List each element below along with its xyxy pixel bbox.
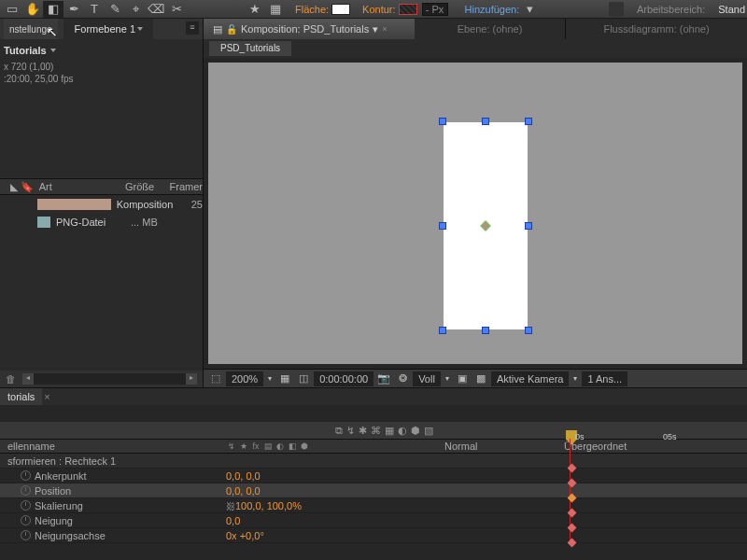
search-icon[interactable] (609, 2, 624, 17)
comp-resolution: x 720 (1,00) (0, 62, 203, 74)
layer-crumb[interactable]: Formebene 1 (63, 19, 153, 39)
close-icon[interactable]: × (382, 24, 391, 34)
grid-icon[interactable]: ▦ (265, 1, 286, 18)
chevron-down-icon[interactable]: ▾ (373, 23, 378, 35)
expand-icon[interactable]: ▧ (424, 425, 433, 437)
lock-icon[interactable]: 🔓 (226, 24, 237, 35)
clone-tool[interactable]: ⌖ (125, 1, 146, 18)
roto-tool[interactable]: ✂ (166, 1, 187, 18)
switch-motionblur-icon[interactable]: ◐ (275, 441, 286, 452)
channels-icon[interactable]: ❂ (394, 372, 411, 385)
tab-layer[interactable]: Ebene: (ohne) (415, 19, 566, 39)
add-dropdown[interactable]: ▾ (519, 1, 540, 18)
selection-tool[interactable]: ▭ (2, 1, 22, 18)
project-tab[interactable]: nstellunge (4, 19, 58, 39)
resolution-select[interactable]: Voll (413, 371, 441, 386)
prop-position[interactable]: Position 0,0, 0,0 (0, 483, 747, 498)
3d-icon[interactable]: ⬢ (411, 425, 420, 437)
shy-icon[interactable]: ↯ (346, 425, 355, 437)
prop-scale[interactable]: Skalierung ⛓100,0, 100,0% (0, 498, 747, 513)
fill-swatch[interactable] (331, 4, 350, 15)
type-tool[interactable]: T (84, 1, 105, 18)
magnify-icon[interactable]: ⬚ (207, 372, 224, 385)
frame-blend-icon[interactable]: ✱ (359, 425, 367, 437)
fill-label: Fläche: (295, 4, 329, 15)
col-mode[interactable]: Normal (439, 441, 558, 452)
stopwatch-icon[interactable] (21, 530, 31, 540)
prop-anchor-point[interactable]: Ankerpunkt 0,0, 0,0 (0, 469, 747, 483)
comp-duration: :20:00, 25,00 fps (0, 74, 203, 86)
switch-star-icon[interactable]: ★ (238, 441, 249, 452)
time-field[interactable]: 0:00:00:00 (314, 371, 374, 386)
project-row[interactable]: Komposition 25 (0, 195, 203, 213)
views-select[interactable]: 1 Ans... (582, 371, 627, 386)
switch-3d-icon[interactable]: ⬢ (299, 441, 310, 452)
resize-handle[interactable] (482, 118, 489, 125)
stopwatch-icon[interactable] (21, 485, 31, 496)
stroke-width-field[interactable]: - Px (422, 3, 448, 16)
tab-composition[interactable]: ▤ 🔓 Komposition: PSD_Tutorials ▾ × (204, 19, 415, 39)
png-icon (37, 217, 50, 228)
project-scrollbar[interactable]: ◂▸ (22, 373, 197, 385)
anchor-point-icon[interactable] (480, 220, 490, 231)
project-columns: ◣ 🔖 Art Größe Framer (0, 178, 203, 195)
panel-menu-icon[interactable]: ≡ (186, 21, 199, 35)
camera-select[interactable]: Aktive Kamera (491, 371, 570, 386)
comp-title: Tutorials (0, 39, 203, 62)
roi-icon[interactable]: ▣ (454, 372, 471, 385)
trash-icon[interactable]: 🗑 (6, 373, 17, 385)
stopwatch-icon[interactable] (21, 515, 31, 525)
transform-group[interactable]: sformieren : Rechteck 1 (0, 454, 747, 469)
add-label[interactable]: Hinzufügen: (465, 4, 520, 15)
shape-rectangle[interactable] (444, 122, 528, 329)
safe-zones-icon[interactable]: ▦ (276, 372, 293, 385)
stroke-swatch[interactable] (399, 4, 417, 15)
workspace-label: Arbeitsbereich: (637, 4, 705, 15)
switch-frameblend-icon[interactable]: ▤ (262, 441, 274, 452)
workspace-value[interactable]: Stand (718, 4, 745, 15)
resize-handle[interactable] (525, 222, 532, 230)
favorite-icon[interactable]: ★ (245, 1, 265, 18)
transparency-icon[interactable]: ▩ (472, 372, 489, 385)
close-icon[interactable]: × (42, 391, 51, 402)
resize-handle[interactable] (482, 327, 489, 334)
zoom-dropdown[interactable]: ▾ (265, 374, 275, 383)
switch-fx-icon[interactable]: fx (250, 441, 261, 452)
resize-handle[interactable] (439, 118, 446, 125)
switch-adjust-icon[interactable]: ◧ (287, 441, 298, 452)
stroke-label: Kontur: (362, 4, 395, 15)
adjustment-icon[interactable]: ◐ (398, 425, 407, 437)
graph-icon[interactable]: ⧉ (335, 425, 343, 437)
resize-handle[interactable] (525, 327, 532, 334)
composition-stage[interactable] (208, 63, 742, 364)
motion-blur-icon[interactable]: ⌘ (371, 425, 381, 437)
zoom-field[interactable]: 200% (226, 371, 263, 386)
stopwatch-icon[interactable] (21, 500, 31, 511)
resize-handle[interactable] (439, 222, 446, 230)
tab-flowchart[interactable]: Flussdiagramm: (ohne) (566, 19, 747, 39)
project-row[interactable]: PNG-Datei ... MB (0, 213, 203, 231)
mask-icon[interactable]: ◫ (295, 372, 312, 385)
comp-crumb[interactable]: PSD_Tutorials (209, 41, 291, 56)
brush-tool[interactable]: ✎ (105, 1, 125, 18)
prop-skew[interactable]: Neigung 0,0 (0, 513, 747, 528)
brain-icon[interactable]: ▦ (385, 425, 394, 437)
hand-tool[interactable]: ✋ (22, 1, 43, 18)
shape-tool[interactable]: ◧ (43, 1, 63, 18)
link-icon[interactable]: ⛓ (226, 501, 235, 511)
snapshot-icon[interactable]: 📷 (375, 372, 392, 385)
eraser-tool[interactable]: ⌫ (146, 1, 166, 18)
col-parent[interactable]: Übergeordnet (558, 441, 747, 452)
timeline-tab[interactable]: torials (0, 388, 42, 405)
tab-grip-icon: ▤ (213, 23, 222, 35)
pen-tool[interactable]: ✒ (63, 1, 84, 18)
timeline-header: ⧉ ↯ ✱ ⌘ ▦ ◐ ⬢ ▧ 0s 05s (0, 422, 747, 439)
prop-skew-axis[interactable]: Neigungsachse 0x +0,0° (0, 528, 747, 543)
resize-handle[interactable] (525, 118, 532, 125)
project-panel: nstellunge Formebene 1 ≡ Tutorials x 720… (0, 19, 204, 387)
stopwatch-icon[interactable] (21, 470, 31, 481)
resize-handle[interactable] (439, 327, 446, 334)
switch-shy-icon[interactable]: ↯ (226, 441, 237, 452)
viewer-controls: ⬚ 200% ▾ ▦ ◫ 0:00:00:00 📷 ❂ Voll ▾ ▣ ▩ A… (204, 369, 747, 387)
col-source-name[interactable]: ellenname (0, 441, 224, 452)
